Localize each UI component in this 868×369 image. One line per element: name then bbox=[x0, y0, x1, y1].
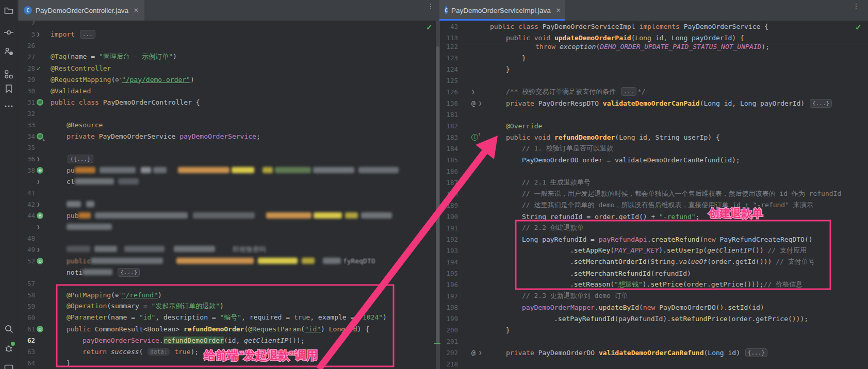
line-number[interactable]: 184 bbox=[445, 145, 458, 153]
code-line[interactable]: 202@❯private PayDemoOrderDO validateDemo… bbox=[441, 347, 868, 358]
code-line[interactable]: 194.setMerchantOrderId(String.valueOf(or… bbox=[441, 256, 868, 267]
line-number[interactable]: 38 bbox=[21, 166, 35, 174]
code-line[interactable]: 197// 2.3 更新退款单到 demo 订单 bbox=[441, 290, 868, 301]
code-line[interactable]: 52⊕publicfyReqDTO bbox=[18, 255, 436, 266]
code-line[interactable]: 195.setMerchantRefundId(refundId) bbox=[441, 267, 868, 279]
code-line[interactable]: 218 bbox=[441, 358, 868, 369]
request-mapping-icon[interactable]: ⊕ bbox=[37, 167, 43, 174]
line-number[interactable]: 122 bbox=[445, 43, 458, 51]
line-number[interactable]: 62 bbox=[21, 337, 35, 344]
line-number[interactable]: 34 bbox=[21, 132, 35, 140]
code-line[interactable]: 64} bbox=[18, 357, 436, 368]
code-line[interactable]: 2 bbox=[18, 21, 436, 28]
line-number[interactable]: 2 bbox=[21, 21, 35, 27]
line-number[interactable]: 183 bbox=[445, 133, 458, 141]
line-number[interactable]: 52 bbox=[21, 257, 35, 265]
code-line[interactable]: 185PayDemoOrderDO order = validateDemoOr… bbox=[441, 154, 868, 165]
line-number[interactable]: 201 bbox=[445, 338, 458, 345]
line-number[interactable]: 33 bbox=[21, 121, 35, 129]
line-number[interactable]: 29 bbox=[21, 76, 35, 83]
code-line[interactable]: 126❯/** 校验交易订单满足被支付的条件 ...*/ bbox=[441, 86, 868, 97]
fold-arrow-icon[interactable]: ❯ bbox=[37, 246, 40, 253]
code-line[interactable]: 189// 这里我们是个简单的 demo，所以没有售后维权表，直接使用订单 id… bbox=[441, 199, 868, 211]
line-number[interactable]: 44 bbox=[21, 212, 35, 220]
fold-arrow-icon[interactable]: ❯ bbox=[479, 100, 482, 107]
code-line[interactable]: 38⊕pu bbox=[18, 164, 436, 176]
fold-chip[interactable]: {...} bbox=[745, 348, 767, 357]
more-tools-icon[interactable] bbox=[4, 101, 14, 111]
line-number[interactable]: 49 bbox=[21, 246, 35, 254]
fold-arrow-icon[interactable]: ❯ bbox=[37, 156, 40, 162]
fold-chip[interactable]: ... bbox=[621, 87, 636, 96]
code-line[interactable]: 181 bbox=[441, 109, 868, 120]
code-line[interactable]: 193.setAppKey(PAY_APP_KEY).setUserIp(get… bbox=[441, 245, 868, 256]
code-line[interactable]: 187// 2.1 生成退款单号 bbox=[441, 177, 868, 188]
annotation-fold-icon[interactable]: @ bbox=[471, 99, 476, 107]
line-number[interactable]: 218 bbox=[445, 360, 458, 368]
implements-method-icon[interactable]: I bbox=[471, 134, 478, 141]
code-line[interactable]: 48 bbox=[18, 232, 436, 244]
request-mapping-icon[interactable]: ⊕ bbox=[37, 212, 43, 219]
code-line[interactable]: 58@PutMapping(⊕ˇ"/refund") bbox=[18, 289, 436, 300]
code-line[interactable]: 60@Parameter(name = "id", description = … bbox=[18, 312, 436, 323]
code-line[interactable]: 3❯import ... bbox=[18, 28, 436, 40]
spring-bean-icon[interactable] bbox=[37, 99, 43, 106]
project-folder-icon[interactable] bbox=[4, 5, 14, 15]
search-icon[interactable] bbox=[4, 324, 14, 334]
code-line[interactable]: 59@Operation(summary = "发起示例订单的退款") bbox=[18, 300, 436, 312]
fold-chip[interactable]: {...} bbox=[810, 99, 832, 108]
line-number[interactable]: 26 bbox=[21, 42, 35, 49]
line-number[interactable]: 27 bbox=[21, 53, 35, 61]
code-line[interactable]: 30@Validated bbox=[18, 85, 436, 96]
fold-arrow-icon[interactable]: ❯ bbox=[37, 201, 40, 208]
right-editor-options-icon[interactable]: ⋮ bbox=[852, 5, 860, 16]
line-number[interactable]: 202 bbox=[445, 349, 458, 357]
line-number[interactable]: 196 bbox=[445, 281, 458, 289]
editor-left[interactable]: 23❯import ...2627@Tag(name = "管理后台 - 示例订… bbox=[18, 21, 436, 369]
url-globe-icon[interactable]: ⊕ˇ bbox=[115, 76, 122, 83]
code-line[interactable]: 44⊕pub bbox=[18, 210, 436, 221]
code-line[interactable]: ❯cl bbox=[18, 176, 436, 187]
line-number[interactable]: 35 bbox=[21, 144, 35, 152]
line-number[interactable]: 199 bbox=[445, 315, 458, 323]
code-line[interactable]: 57 bbox=[18, 278, 436, 289]
code-line[interactable]: 188// 一般来说，用户发起退款的时候，都会单独插入一个售后维权表，然后使用该… bbox=[441, 188, 868, 199]
code-line[interactable]: 190String refundId = order.getId() + "-r… bbox=[441, 211, 868, 222]
code-line[interactable]: 199.setPayRefundId(payRefundId).setRefun… bbox=[441, 313, 868, 324]
line-number[interactable]: 191 bbox=[445, 224, 458, 232]
code-line[interactable]: 201 bbox=[441, 336, 868, 347]
fold-arrow-icon[interactable]: ❯ bbox=[37, 224, 40, 230]
line-number[interactable]: 193 bbox=[445, 247, 458, 255]
inspections-ok-icon-right[interactable]: ✓ bbox=[855, 23, 862, 32]
fold-chip[interactable]: {...} bbox=[118, 268, 140, 277]
fold-chip[interactable]: ... bbox=[80, 30, 95, 39]
line-number[interactable]: 64 bbox=[21, 359, 35, 367]
code-line[interactable]: 28✓@RestController bbox=[18, 62, 436, 74]
editor-right[interactable]: 122throw exception(DEMO_ORDER_UPDATE_PAI… bbox=[441, 21, 868, 369]
code-line[interactable]: 125 bbox=[441, 75, 868, 86]
line-number[interactable]: 58 bbox=[21, 291, 35, 299]
code-line[interactable]: 42❯ bbox=[18, 198, 436, 210]
inspections-ok-icon-left[interactable]: ✓ bbox=[426, 23, 433, 32]
request-mapping-icon[interactable]: ⊕ bbox=[37, 258, 43, 264]
tab-paydemoordercontroller[interactable]: C PayDemoOrderController.java ✕ bbox=[19, 0, 144, 21]
bean-check-icon[interactable]: ✓ bbox=[37, 64, 41, 72]
code-line[interactable]: 49❯部校验密码 bbox=[18, 244, 436, 255]
line-number[interactable]: 190 bbox=[445, 213, 458, 221]
code-line[interactable]: 43public class PayDemoOrderServiceImpl i… bbox=[441, 21, 868, 32]
code-line[interactable]: 29@RequestMapping(⊕ˇ"/pay/demo-order") bbox=[18, 74, 436, 85]
line-number[interactable]: 126 bbox=[445, 88, 458, 96]
fold-arrow-icon[interactable]: ❯ bbox=[479, 349, 482, 356]
code-line[interactable]: 63return success( data: true); bbox=[18, 346, 436, 357]
code-line[interactable]: 34private PayDemoOrderService payDemoOrd… bbox=[18, 130, 436, 142]
fold-arrow-icon[interactable]: ❯ bbox=[471, 89, 475, 95]
line-number[interactable]: 182 bbox=[445, 122, 458, 130]
line-number[interactable]: 61 bbox=[21, 325, 35, 333]
line-number[interactable]: 31 bbox=[21, 98, 35, 106]
line-number[interactable]: 181 bbox=[445, 111, 458, 119]
commit-icon[interactable] bbox=[4, 27, 14, 38]
line-number[interactable]: 185 bbox=[445, 156, 458, 164]
line-number[interactable]: 124 bbox=[445, 65, 458, 73]
line-number[interactable]: 63 bbox=[21, 348, 35, 356]
line-number[interactable]: 59 bbox=[21, 303, 35, 310]
